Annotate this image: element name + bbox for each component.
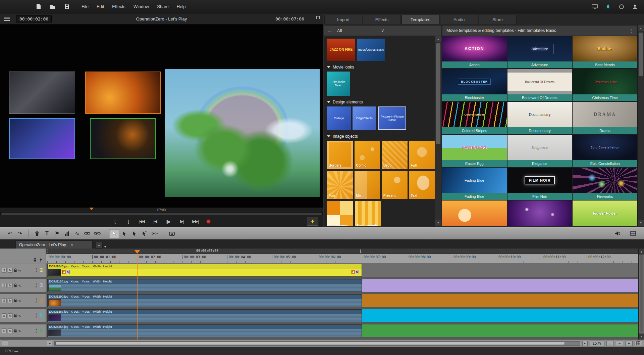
tab-store[interactable]: Store <box>479 15 517 24</box>
menu-edit[interactable]: Edit <box>93 2 108 11</box>
display-settings-icon[interactable] <box>591 3 598 10</box>
scroll-up-icon[interactable]: ▲ <box>639 249 644 255</box>
template-item-elegance[interactable]: EleganceElegance <box>507 135 572 167</box>
lock-icon[interactable] <box>14 329 17 333</box>
lightning-icon[interactable] <box>39 258 42 262</box>
track-lane[interactable]: DCIM1387.jpg X-pos. Y-pos. Width Height <box>46 309 644 322</box>
template-item-epic-constellation[interactable]: Epic ConstellationEpic Constellation <box>573 135 637 167</box>
category-tile-film-looks[interactable]: Film looks Basic <box>327 72 350 96</box>
track-lane[interactable]: DCIM1290.jpg X-pos. Y-pos. Width Height <box>46 294 644 307</box>
section-design-elements[interactable]: Design elements <box>327 98 435 106</box>
monitor-layout-button[interactable] <box>628 229 638 238</box>
template-item-boulevard[interactable]: Boulevard Of DreamsBoulevard Of Dreams <box>507 69 572 101</box>
template-item-drama[interactable]: DRAMADrama <box>573 102 637 134</box>
zoom-in-button[interactable]: + <box>625 341 633 346</box>
title-button[interactable]: T <box>42 229 52 238</box>
marker-button[interactable]: ⚑ <box>52 229 62 238</box>
menu-effects[interactable]: Effects <box>108 2 129 11</box>
upload-icon[interactable] <box>631 3 639 10</box>
template-item-action[interactable]: ACTIONAction <box>442 36 507 68</box>
scroll-up-icon[interactable]: ▲ <box>638 25 644 31</box>
curve-icon[interactable]: ∿ <box>18 314 21 318</box>
section-image-objects[interactable]: Image objects <box>327 132 435 141</box>
ungroup-button[interactable] <box>92 229 102 238</box>
snapshot-button[interactable] <box>167 229 177 238</box>
curve-icon[interactable]: ∿ <box>18 299 21 303</box>
tab-close-icon[interactable]: × <box>71 242 73 247</box>
audio-levels-button[interactable] <box>62 229 72 238</box>
template-item-christmas[interactable]: Christmas TimeChristmas Time <box>573 69 637 101</box>
template-item-best-friends[interactable]: BuddiesBest friends <box>573 36 637 68</box>
clip-dcim1120[interactable]: DCIM1120.jpg X-pos. Y-pos. Width Height <box>47 279 362 292</box>
current-timecode[interactable]: 00:00:02:00 <box>16 15 52 23</box>
solo-button[interactable]: S <box>2 283 7 288</box>
template-object-green[interactable] <box>362 324 644 337</box>
timeline-tab[interactable]: OperationZero - Let's Play × <box>15 240 93 249</box>
preview-thumbnail-2-selected[interactable] <box>85 72 161 114</box>
play-button[interactable]: ▶ <box>164 218 173 225</box>
template-item-fireworks[interactable]: Fireworks <box>573 168 637 200</box>
scroll-down-icon[interactable]: ▼ <box>435 220 441 226</box>
new-tab-button[interactable]: + <box>95 242 103 249</box>
menu-window[interactable]: Window <box>130 2 153 11</box>
range-in-button[interactable]: [ <box>110 218 120 225</box>
template-object-orange[interactable] <box>362 294 644 307</box>
group-button[interactable] <box>82 229 92 238</box>
skip-to-end-button[interactable]: ▶▶| <box>191 218 200 225</box>
scroll-down-icon[interactable]: ▼ <box>638 220 644 226</box>
launch-rocket-icon[interactable] <box>604 3 612 10</box>
category-tile-full[interactable]: Full <box>409 141 435 169</box>
category-tile-comic[interactable]: Comic <box>355 141 380 169</box>
template-item-purple-sparkle[interactable] <box>507 201 572 226</box>
lock-icon[interactable] <box>14 314 17 318</box>
track-remove-icon[interactable]: × <box>36 285 37 288</box>
instant-action-button[interactable] <box>307 217 318 226</box>
zoom-fit-button[interactable]: ↔ <box>606 341 614 346</box>
template-item-cartoon[interactable] <box>442 201 507 226</box>
tab-menu-icon[interactable]: ▾ <box>104 245 106 249</box>
template-item-flower-power[interactable]: Flower Power <box>573 201 637 226</box>
mute-button[interactable]: M <box>8 283 13 288</box>
category-tile-jazz-on-fire[interactable]: JAZZ ON FIRE <box>327 39 355 61</box>
category-tile-borders[interactable]: Borders <box>327 141 353 169</box>
category-tile-fun[interactable]: Fun <box>327 171 353 199</box>
mute-button[interactable]: M <box>8 298 13 303</box>
track-remove-icon[interactable]: × <box>36 270 37 273</box>
track-remove-icon[interactable]: × <box>36 301 37 303</box>
mute-audio-button[interactable] <box>612 229 623 238</box>
transition-badge[interactable]: AB <box>62 270 70 274</box>
time-ruler[interactable]: 00:00:00:00 00:00:01:00 00:00:02:00 00:0… <box>46 254 644 264</box>
section-movie-looks[interactable]: Movie looks <box>327 63 435 72</box>
split-button[interactable]: ✂▾ <box>150 229 160 238</box>
mute-button[interactable]: M <box>8 328 13 333</box>
preview-thumbnail-3[interactable] <box>9 118 75 159</box>
redo-button[interactable]: ↷ <box>15 229 25 238</box>
preview-main-image[interactable] <box>165 69 320 197</box>
template-item-adventure[interactable]: AdventureAdventure <box>507 36 572 68</box>
mouse-mode-all-tracks-button[interactable] <box>119 229 129 238</box>
preview-menu-icon[interactable] <box>4 17 10 21</box>
add-track-button[interactable]: + <box>2 341 8 346</box>
back-icon[interactable]: ← <box>327 28 332 34</box>
new-project-icon[interactable] <box>35 3 42 10</box>
clip-dcim3264[interactable]: DCIM3264.jpg X-pos. Y-pos. Width Height <box>47 324 362 337</box>
grid-view-button[interactable] <box>635 341 642 346</box>
mouse-mode-one-track-button[interactable] <box>129 229 140 238</box>
record-button[interactable] <box>204 218 213 225</box>
preview-zoom-bar[interactable] <box>0 212 323 215</box>
automation-curve-button[interactable]: ∿ <box>72 229 82 238</box>
template-item-colored-stripes[interactable]: Colored StripesColored Stripes <box>442 102 507 134</box>
template-object-cyan[interactable] <box>362 309 644 322</box>
track-lane[interactable]: DCIM1845.jpg X-pos. Y-pos. Width Height … <box>46 264 644 277</box>
open-project-icon[interactable] <box>49 3 56 10</box>
lock-icon[interactable] <box>14 268 17 272</box>
template-item-film-noir[interactable]: FILM NOIRFilm Noir <box>507 168 572 200</box>
skip-to-start-button[interactable]: |◀◀ <box>137 218 147 225</box>
clip-dcim1387[interactable]: DCIM1387.jpg X-pos. Y-pos. Width Height <box>47 309 362 322</box>
template-item-blockbuster[interactable]: BLOCKBUSTERBlockbuster <box>442 69 507 101</box>
category-tile-picture-in-picture[interactable]: Picture-in-Picture Basic <box>378 106 406 130</box>
category-dropdown-icon[interactable]: ∨ <box>381 28 384 33</box>
preview-thumbnail-1[interactable] <box>9 72 75 114</box>
split-dropdown-icon[interactable]: ▾ <box>156 232 158 235</box>
undo-button[interactable]: ↶ <box>5 229 15 238</box>
